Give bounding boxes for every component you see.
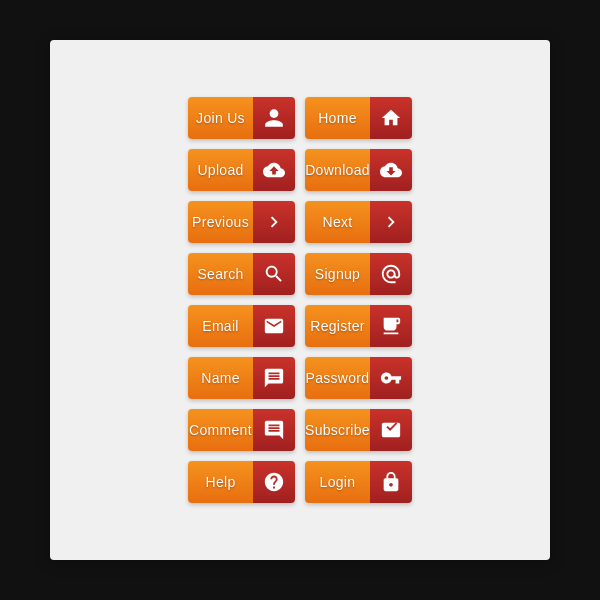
email-button[interactable]: Email bbox=[188, 305, 295, 347]
search-icon bbox=[253, 253, 295, 295]
button-grid: Join UsHomeUploadDownloadPreviousNextSea… bbox=[168, 77, 432, 523]
signup-label: Signup bbox=[305, 253, 370, 295]
password-button[interactable]: Password bbox=[305, 357, 412, 399]
search-button[interactable]: Search bbox=[188, 253, 295, 295]
download-icon bbox=[370, 149, 412, 191]
help-icon bbox=[253, 461, 295, 503]
key-icon bbox=[370, 357, 412, 399]
login-button[interactable]: Login bbox=[305, 461, 412, 503]
signup-button[interactable]: Signup bbox=[305, 253, 412, 295]
join-us-button[interactable]: Join Us bbox=[188, 97, 295, 139]
home-label: Home bbox=[305, 97, 370, 139]
subscribe-button[interactable]: Subscribe bbox=[305, 409, 412, 451]
main-card: Join UsHomeUploadDownloadPreviousNextSea… bbox=[50, 40, 550, 560]
comment-icon bbox=[253, 409, 295, 451]
join-us-label: Join Us bbox=[188, 97, 253, 139]
subscribe-icon bbox=[370, 409, 412, 451]
next-button[interactable]: Next bbox=[305, 201, 412, 243]
comment-label: Comment bbox=[188, 409, 253, 451]
login-label: Login bbox=[305, 461, 370, 503]
home-button[interactable]: Home bbox=[305, 97, 412, 139]
chat-icon bbox=[253, 357, 295, 399]
name-button[interactable]: Name bbox=[188, 357, 295, 399]
home-icon bbox=[370, 97, 412, 139]
previous-label: Previous bbox=[188, 201, 253, 243]
upload-icon bbox=[253, 149, 295, 191]
subscribe-label: Subscribe bbox=[305, 409, 370, 451]
email-icon bbox=[253, 305, 295, 347]
download-button[interactable]: Download bbox=[305, 149, 412, 191]
chevron-icon bbox=[253, 201, 295, 243]
next-label: Next bbox=[305, 201, 370, 243]
comment-button[interactable]: Comment bbox=[188, 409, 295, 451]
name-label: Name bbox=[188, 357, 253, 399]
at-icon bbox=[370, 253, 412, 295]
password-label: Password bbox=[305, 357, 370, 399]
search-label: Search bbox=[188, 253, 253, 295]
help-button[interactable]: Help bbox=[188, 461, 295, 503]
chevron-icon bbox=[370, 201, 412, 243]
register-icon bbox=[370, 305, 412, 347]
email-label: Email bbox=[188, 305, 253, 347]
upload-button[interactable]: Upload bbox=[188, 149, 295, 191]
register-label: Register bbox=[305, 305, 370, 347]
download-label: Download bbox=[305, 149, 370, 191]
lock-icon bbox=[370, 461, 412, 503]
upload-label: Upload bbox=[188, 149, 253, 191]
previous-button[interactable]: Previous bbox=[188, 201, 295, 243]
help-label: Help bbox=[188, 461, 253, 503]
user-icon bbox=[253, 97, 295, 139]
register-button[interactable]: Register bbox=[305, 305, 412, 347]
